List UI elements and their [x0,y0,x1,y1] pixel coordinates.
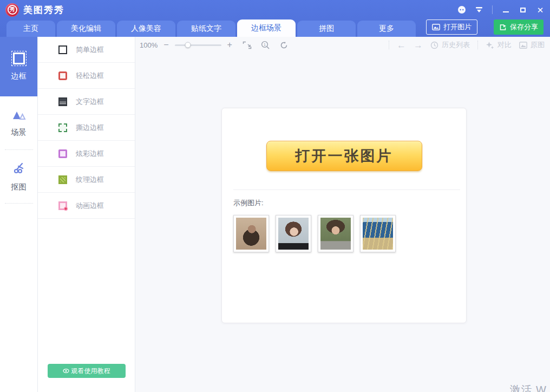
texture-border-icon [58,175,67,184]
text-border-icon [58,97,67,106]
open-image-label: 打开图片 [443,22,472,32]
sidebar-item-cutout[interactable]: 抠图 [0,150,37,203]
sample-image-4[interactable] [360,215,396,252]
sidebar-item-border[interactable]: 边框 [0,37,37,96]
tab-beautify-edit[interactable]: 美化编辑 [57,21,115,37]
border-type-label: 动画边框 [76,201,104,211]
undo-icon[interactable]: ← [397,41,406,50]
tab-portrait-beauty[interactable]: 人像美容 [117,21,175,37]
actual-size-icon[interactable]: 1 [261,41,270,50]
border-type-label: 文字边框 [76,97,104,107]
minimize-button[interactable] [501,5,510,14]
original-image-button[interactable]: 原图 [519,40,545,50]
landscape-photo [363,218,393,250]
open-image-card: 打开一张图片 示例图片: [221,108,467,323]
colorful-border-icon [58,149,67,158]
clock-icon [430,41,438,49]
history-list-button[interactable]: 历史列表 [430,40,470,50]
canvas-toolbar: 100% − + 1 ← → [135,37,550,53]
activate-windows-watermark: 激活 W [510,383,547,392]
tab-sticker-text[interactable]: 贴纸文字 [177,21,235,37]
save-share-label: 保存分享 [510,22,538,32]
border-type-torn[interactable]: 撕边边框 [38,115,135,141]
easy-border-icon [58,71,67,80]
main-tab-bar: 主页 美化编辑 人像美容 贴纸文字 边框场景 拼图 更多 打开图片 保存分享 [0,19,550,37]
app-title: 美图秀秀 [23,4,64,16]
sidebar-item-label: 边框 [11,71,27,81]
tab-border-scene[interactable]: 边框场景 [237,19,296,37]
zoom-in-button[interactable]: + [227,41,232,49]
border-type-label: 简单边框 [76,45,104,55]
original-picture-icon [519,42,527,49]
sample-images-row [233,215,466,252]
toolbar-divider [477,41,478,49]
portrait-photo [278,218,309,250]
scene-mountains-icon [11,109,27,121]
portrait-photo [236,218,266,250]
redo-icon[interactable]: → [414,41,423,50]
tab-home[interactable]: 主页 [6,21,55,37]
zoom-out-button[interactable]: − [163,41,168,49]
original-label: 原图 [531,40,545,50]
sidebar-item-scene[interactable]: 场景 [0,96,37,149]
zoom-slider[interactable] [175,44,221,46]
watch-tutorial-button[interactable]: 观看使用教程 [48,364,126,378]
logo-glyph: 秀 [8,5,17,15]
left-sidebar: 边框 场景 抠图 [0,37,38,392]
border-type-simple[interactable]: 简单边框 [38,37,135,63]
tab-more[interactable]: 更多 [357,21,416,37]
card-divider [233,190,460,190]
scissors-icon [12,161,26,175]
border-frame-icon [13,53,25,64]
simple-border-icon [58,45,67,54]
tutorial-label: 观看使用教程 [71,367,110,376]
border-type-label: 撕边边框 [76,123,104,133]
sidebar-item-label: 抠图 [11,182,27,192]
fit-to-screen-icon[interactable] [243,41,252,49]
feedback-icon[interactable] [457,5,466,14]
border-type-text[interactable]: 文字边框 [38,89,135,115]
sparkle-star-icon [486,41,494,49]
zoom-slider-knob[interactable] [185,42,191,48]
close-button[interactable]: ✕ [536,5,545,14]
window-controls-divider [492,5,493,14]
canvas-area: 100% − + 1 ← → [135,37,550,392]
sidebar-divider [5,203,33,204]
share-export-icon [499,24,507,31]
border-types-panel: 简单边框 轻松边框 文字边框 撕边边框 炫彩边框 纹理边框 动画边框 [38,37,135,392]
border-type-label: 炫彩边框 [76,149,104,159]
open-image-button[interactable]: 打开图片 [426,19,477,35]
picture-icon [432,24,440,30]
history-label: 历史列表 [442,40,470,50]
border-type-texture[interactable]: 纹理边框 [38,167,135,193]
open-a-picture-button[interactable]: 打开一张图片 [266,141,422,171]
skin-menu-icon[interactable] [475,5,483,14]
save-share-button[interactable]: 保存分享 [494,19,544,35]
border-type-label: 轻松边框 [76,71,104,81]
compare-button[interactable]: 对比 [486,40,512,50]
refresh-icon[interactable] [279,41,289,50]
sample-image-2[interactable] [276,215,311,252]
maximize-button[interactable] [519,5,527,14]
sample-image-3[interactable] [318,215,353,252]
border-type-animated[interactable]: 动画边框 [38,193,135,219]
zoom-level: 100% [140,41,158,49]
torn-border-icon [58,123,67,132]
titlebar: 秀 美图秀秀 ✕ 主页 美化编辑 人像美容 贴纸文字 边框场景 拼图 更多 [0,0,550,37]
border-type-colorful[interactable]: 炫彩边框 [38,141,135,167]
sample-image-1[interactable] [233,215,269,252]
tab-collage[interactable]: 拼图 [297,21,356,37]
sidebar-item-label: 场景 [11,128,27,138]
compare-label: 对比 [497,40,512,50]
border-type-easy[interactable]: 轻松边框 [38,63,135,89]
border-type-label: 纹理边框 [76,175,104,185]
samples-label: 示例图片: [233,198,466,208]
app-logo-icon: 秀 [5,3,19,17]
toolbar-divider [389,41,389,49]
eye-icon [63,368,69,374]
animated-border-icon [58,201,67,210]
portrait-photo [320,218,351,250]
svg-text:1: 1 [264,42,266,46]
